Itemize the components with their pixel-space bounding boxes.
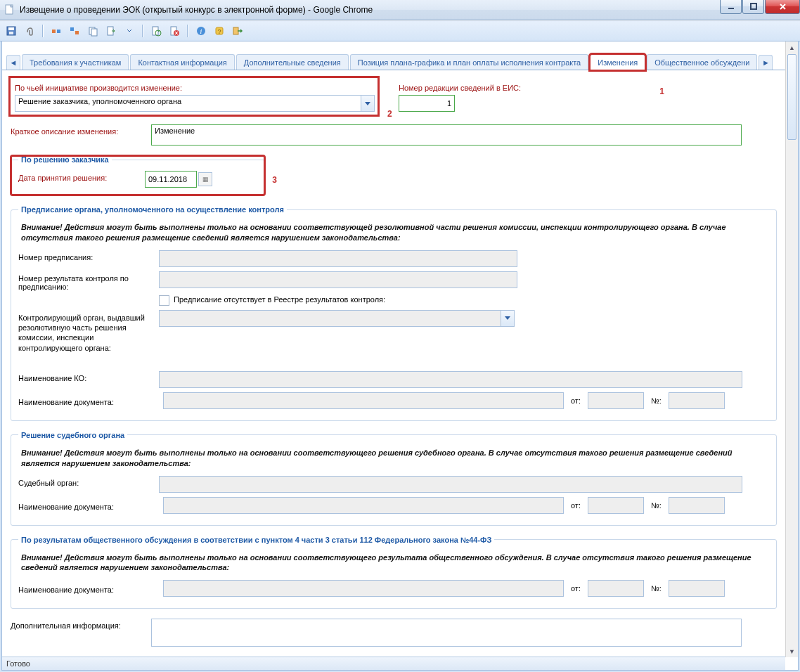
prescription-warning: Внимание! Действия могут быть выполнены … [21, 222, 769, 243]
section-prescription-legend: Предписание органа, уполномоченного на о… [18, 205, 287, 214]
prescription-doc-name-label: Наименование документа: [18, 395, 159, 406]
tab-requirements[interactable]: Требования к участникам [22, 54, 129, 70]
prescription-num-label: №: [648, 396, 664, 405]
status-text: Готово [6, 659, 30, 668]
vertical-scrollbar[interactable]: ▲ ▼ [785, 41, 798, 657]
controlling-body-select[interactable] [159, 310, 515, 327]
chevron-down-icon[interactable] [361, 96, 374, 111]
control-result-no-label: Номер результата контроля по предписанию… [18, 271, 159, 291]
scroll-down-icon[interactable]: ▼ [786, 645, 798, 657]
svg-rect-11 [91, 29, 97, 36]
document-refresh-icon[interactable] [149, 24, 163, 38]
prescription-num-input[interactable] [669, 392, 725, 409]
tab-schedule-position[interactable]: Позиция плана-графика и план оплаты испо… [350, 54, 588, 70]
tab-public-discussion[interactable]: Общественное обсуждени [647, 54, 757, 70]
tab-additional-info[interactable]: Дополнительные сведения [236, 54, 349, 70]
prescription-absent-checkbox[interactable] [159, 295, 169, 306]
attach-icon[interactable] [22, 24, 37, 38]
section-public: По результатам общественного обсуждения … [11, 536, 777, 609]
svg-rect-21 [233, 27, 238, 34]
scroll-up-icon[interactable]: ▲ [786, 41, 798, 53]
court-from-input[interactable] [588, 497, 644, 514]
ko-name-label: Наименование КО: [18, 371, 159, 382]
public-doc-name-label: Наименование документа: [18, 583, 159, 594]
public-from-input[interactable] [588, 580, 644, 597]
window-close-button[interactable] [765, 0, 800, 14]
tabs-scroll-left-icon[interactable]: ◄ [6, 55, 20, 70]
svg-rect-5 [9, 32, 13, 34]
window-maximize-button[interactable] [742, 0, 764, 14]
prescription-no-input[interactable] [159, 250, 517, 267]
tabs-scroll-right-icon[interactable]: ► [759, 55, 773, 70]
form-panel: 1 2 По чьей инициативе производится изме… [2, 72, 785, 657]
decision-date-label: Дата принятия решения: [18, 171, 145, 182]
svg-text:i: i [200, 27, 202, 35]
prescription-absent-label: Предписание отсутствует в Реестре резуль… [174, 295, 385, 304]
additional-info-label: Дополнительная информация: [11, 619, 151, 630]
svg-rect-4 [8, 27, 14, 30]
revision-label: Номер редакции сведений в ЕИС: [399, 81, 521, 92]
marker-1: 1 [659, 86, 664, 96]
revision-input[interactable] [399, 95, 455, 112]
controlling-body-label: Контролирующий орган, выдавший резолютив… [18, 310, 159, 353]
window-title: Извещение о проведении ЭОК (открытый кон… [20, 5, 373, 15]
initiative-select[interactable]: Решение заказчика, уполномоченного орган… [15, 95, 375, 112]
svg-rect-1 [728, 8, 734, 9]
prescription-no-label: Номер предписания: [18, 250, 159, 261]
court-num-label: №: [648, 501, 664, 510]
info-icon[interactable]: i [194, 24, 208, 38]
status-bar: Готово [2, 657, 785, 670]
section-by-customer: По решению заказчика Дата принятия решен… [11, 155, 265, 195]
court-doc-name-input[interactable] [163, 497, 564, 514]
marker-3: 3 [272, 175, 277, 185]
marker-2: 2 [387, 109, 392, 119]
control-result-no-input[interactable] [159, 271, 517, 288]
prescription-from-label: от: [568, 396, 583, 405]
section-public-legend: По результатам общественного обсуждения … [18, 536, 494, 544]
decision-date-input[interactable] [145, 171, 197, 188]
page-icon [4, 4, 15, 15]
svg-rect-9 [75, 31, 79, 34]
svg-rect-8 [70, 27, 74, 31]
court-from-label: от: [568, 501, 583, 510]
copy-icon[interactable] [86, 24, 100, 38]
help-icon[interactable]: ? [212, 24, 226, 38]
public-from-label: от: [568, 584, 583, 593]
initiative-value: Решение заказчика, уполномоченного орган… [18, 97, 181, 105]
tab-strip: ◄ Требования к участникам Контактная инф… [2, 51, 798, 70]
svg-rect-6 [52, 30, 56, 33]
save-icon[interactable] [4, 24, 18, 38]
brief-label: Краткое описание изменения: [11, 124, 151, 136]
svg-rect-2 [751, 4, 756, 9]
window-titlebar: Извещение о проведении ЭОК (открытый кон… [0, 0, 800, 20]
ko-name-input[interactable] [159, 371, 742, 388]
tab-contact-info[interactable]: Контактная информация [130, 54, 234, 70]
calendar-icon[interactable]: ▦ [198, 172, 212, 186]
court-body-input[interactable] [159, 476, 742, 493]
toolbar-action-1-icon[interactable] [49, 24, 63, 38]
app-toolbar: i ? [0, 20, 800, 41]
section-court-legend: Решение судебного органа [18, 431, 127, 439]
prescription-from-input[interactable] [588, 392, 644, 409]
public-num-input[interactable] [669, 580, 725, 597]
section-by-customer-legend: По решению заказчика [18, 155, 112, 164]
court-doc-name-label: Наименование документа: [18, 500, 159, 511]
additional-info-textarea[interactable] [151, 619, 742, 647]
brief-textarea[interactable] [151, 124, 742, 146]
toolbar-action-2-icon[interactable] [67, 24, 82, 38]
window-minimize-button[interactable] [720, 0, 742, 14]
prescription-doc-name-input[interactable] [163, 392, 564, 409]
chevron-down-icon[interactable] [501, 311, 514, 326]
public-doc-name-input[interactable] [163, 580, 564, 597]
court-warning: Внимание! Действия могут быть выполнены … [21, 448, 769, 469]
court-num-input[interactable] [669, 497, 725, 514]
document-export-icon[interactable] [104, 24, 118, 38]
section-prescription: Предписание органа, уполномоченного на о… [11, 205, 777, 421]
svg-text:?: ? [217, 28, 221, 35]
court-body-label: Судебный орган: [18, 476, 159, 487]
tab-changes[interactable]: Изменения [590, 54, 645, 70]
exit-icon[interactable] [231, 24, 245, 38]
document-cancel-icon[interactable] [167, 24, 181, 38]
dropdown-chevron-icon[interactable] [122, 24, 136, 38]
svg-rect-7 [57, 30, 60, 33]
